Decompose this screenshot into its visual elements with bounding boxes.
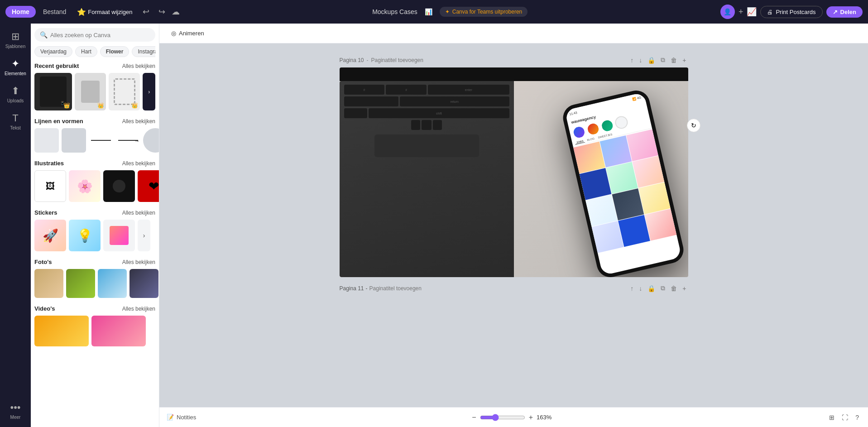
page10-lock[interactable]: 🔒: [646, 55, 657, 65]
page11-copy[interactable]: ⧉: [659, 283, 667, 293]
illustrations-see-all[interactable]: Alles bekijken: [122, 160, 155, 167]
page11-label: Pagina 11 -: [340, 285, 442, 292]
animate-button[interactable]: ◎ Animeren: [167, 28, 209, 39]
sticker-1[interactable]: 🚀: [34, 220, 66, 251]
page11-title-input[interactable]: [369, 285, 442, 292]
undo-button[interactable]: ↩: [140, 5, 152, 19]
canvas-scroll-area[interactable]: Pagina 10 - ↑ ↓ 🔒 ⧉ 🗑 +: [159, 43, 868, 427]
page10-copy[interactable]: ⧉: [659, 55, 667, 65]
shape-circle[interactable]: [143, 128, 159, 153]
chip-flower[interactable]: Flower: [100, 46, 129, 57]
videos-grid: [34, 316, 155, 346]
illus-3[interactable]: [103, 170, 135, 202]
zoom-slider[interactable]: [480, 414, 525, 421]
video-2[interactable]: [91, 316, 146, 346]
page10-frame[interactable]: # # enter return shift: [340, 81, 688, 277]
recent-item-3[interactable]: 👑: [109, 73, 140, 110]
premium-icon-2: 👑: [97, 102, 104, 109]
zoom-out-button[interactable]: −: [472, 413, 476, 422]
notes-button[interactable]: 📝 Notities: [167, 414, 196, 421]
elements-panel: 🔍 Verjaardag Hart Flower Instagram › Rec…: [31, 24, 159, 427]
keyboard-area: # # enter return shift: [340, 81, 514, 277]
share-button[interactable]: ↗ Delen: [826, 6, 863, 18]
shape-square2[interactable]: [62, 128, 86, 153]
page10-title-input[interactable]: [371, 57, 444, 63]
page11-down[interactable]: ↓: [637, 283, 644, 293]
fullscreen-button[interactable]: ⛶: [840, 412, 850, 423]
photos-see-all[interactable]: Alles bekijken: [122, 259, 155, 265]
add-team-icon[interactable]: +: [739, 7, 743, 17]
topbar-right: 👤 + 📈 🖨 Print Postcards ↗ Delen: [720, 5, 863, 19]
trackpad: [374, 134, 479, 157]
grid-view-button[interactable]: ⊞: [827, 412, 836, 423]
key-row-2: return: [340, 96, 514, 108]
video-1[interactable]: [34, 316, 89, 346]
stickers-grid: 🚀 💡 ›: [34, 220, 155, 251]
illus-4[interactable]: ❤: [138, 170, 159, 202]
sidebar-item-sjablonen[interactable]: ⊞ Sjablonen: [2, 27, 29, 53]
star-icon-teams: ✦: [445, 9, 450, 15]
page10-up[interactable]: ↑: [628, 55, 635, 65]
sidebar-item-meer[interactable]: ••• Meer: [2, 398, 29, 423]
chip-verjaardag[interactable]: Verjaardag: [34, 46, 72, 57]
page10-label-row: Pagina 10 - ↑ ↓ 🔒 ⧉ 🗑 +: [340, 53, 688, 67]
format-button[interactable]: ⭐ Formaat wijzigen: [73, 5, 136, 19]
avatar[interactable]: 👤: [720, 5, 735, 19]
page11-lock[interactable]: 🔒: [646, 283, 657, 293]
print-button[interactable]: 🖨 Print Postcards: [760, 6, 822, 18]
recent-item-1[interactable]: 📱 👑: [34, 73, 72, 110]
sidebar-item-tekst[interactable]: T Tekst: [2, 109, 29, 134]
redo-button[interactable]: ↪: [156, 5, 168, 19]
shape-arrow[interactable]: →: [116, 128, 140, 153]
topbar-center: Mockups Cases 📊 ✦ Canva for Teams uitpro…: [183, 7, 717, 17]
page11-add[interactable]: +: [681, 283, 688, 293]
photo-3[interactable]: [98, 269, 127, 298]
page11-delete[interactable]: 🗑: [669, 283, 679, 293]
chip-instagram[interactable]: Instagram: [132, 46, 155, 57]
teams-button[interactable]: ✦ Canva for Teams uitproberen: [440, 7, 528, 17]
lines-see-all[interactable]: Alles bekijken: [122, 118, 155, 125]
photo-2[interactable]: [66, 269, 95, 298]
help-button[interactable]: ?: [854, 412, 861, 423]
recent-item-2[interactable]: 👑: [75, 73, 106, 110]
search-bar[interactable]: 🔍: [34, 28, 155, 42]
presentation-icon: 📊: [425, 8, 432, 15]
chip-hart[interactable]: Hart: [75, 46, 97, 57]
videos-see-all[interactable]: Alles bekijken: [122, 306, 155, 312]
search-input[interactable]: [50, 32, 150, 38]
page10-down[interactable]: ↓: [637, 55, 644, 65]
page11-dash: -: [366, 285, 368, 292]
shape-line[interactable]: [89, 128, 113, 153]
refresh-button[interactable]: ↻: [687, 119, 700, 132]
sticker-2[interactable]: 💡: [69, 220, 101, 251]
stickers-more[interactable]: ›: [138, 220, 150, 251]
sticker-3[interactable]: [103, 220, 135, 251]
photo-4[interactable]: [129, 269, 158, 298]
stats-icon[interactable]: 📈: [747, 7, 757, 17]
photo-1[interactable]: [34, 269, 63, 298]
tekst-icon: T: [12, 112, 18, 124]
recent-see-all[interactable]: Alles bekijken: [122, 63, 155, 69]
zoom-in-button[interactable]: +: [529, 413, 533, 422]
page10-content: # # enter return shift: [340, 81, 688, 277]
shape-square1[interactable]: [34, 128, 59, 153]
story-1: [571, 125, 587, 140]
page11-up[interactable]: ↑: [628, 283, 635, 293]
page11-number: Pagina 11: [340, 285, 364, 292]
sidebar-item-elementen[interactable]: ✦ Elementen: [2, 54, 29, 80]
page10-delete[interactable]: 🗑: [669, 55, 679, 65]
sidebar-item-uploads[interactable]: ⬆ Uploads: [2, 82, 29, 107]
recent-item-4[interactable]: ›: [143, 73, 155, 110]
stickers-see-all[interactable]: Alles bekijken: [122, 210, 155, 216]
document-title[interactable]: Mockups Cases: [372, 8, 417, 15]
illus-2[interactable]: 🌸: [69, 170, 101, 202]
illustrations-header: Illustraties Alles bekijken: [34, 160, 155, 167]
phone-time: 11:43: [569, 110, 578, 115]
page11-controls: ↑ ↓ 🔒 ⧉ 🗑 +: [628, 283, 688, 293]
page10-add[interactable]: +: [681, 55, 688, 65]
photos-title: Foto's: [34, 259, 52, 265]
home-button[interactable]: Home: [5, 6, 36, 18]
bestand-button[interactable]: Bestand: [39, 6, 70, 18]
illus-1[interactable]: 🖼: [34, 170, 66, 202]
page-section-10: Pagina 10 - ↑ ↓ 🔒 ⧉ 🗑 +: [340, 53, 688, 277]
